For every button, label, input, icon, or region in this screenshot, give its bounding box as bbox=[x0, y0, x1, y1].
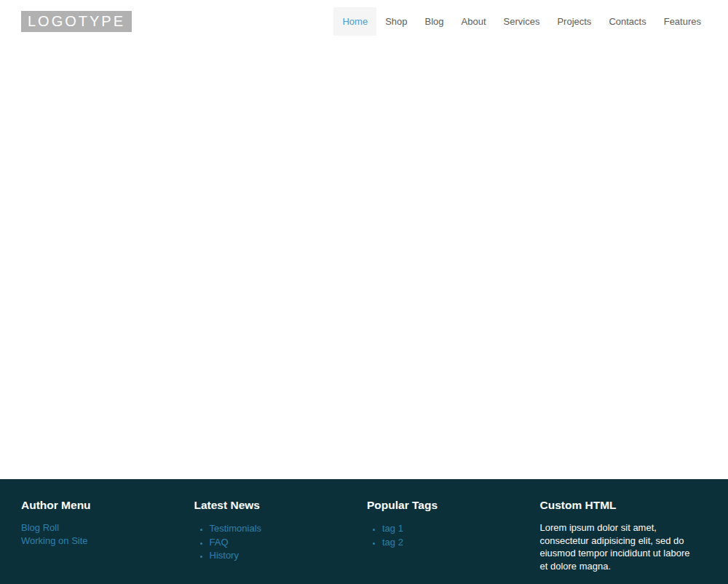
footer-heading-author-menu: Author Menu bbox=[21, 499, 178, 512]
footer-heading-custom-html: Custom HTML bbox=[540, 499, 697, 512]
footer-link-faq[interactable]: FAQ bbox=[210, 537, 229, 548]
site-header: LOGOTYPE Home Shop Blog About Services P… bbox=[0, 0, 728, 42]
header-container: LOGOTYPE Home Shop Blog About Services P… bbox=[18, 0, 710, 42]
footer-columns: Author Menu Blog Roll Working on Site La… bbox=[18, 499, 710, 572]
nav-link-shop[interactable]: Shop bbox=[376, 7, 416, 36]
list-item: tag 1 bbox=[382, 521, 524, 535]
list-item: Testimonials bbox=[210, 521, 352, 535]
logo[interactable]: LOGOTYPE bbox=[21, 11, 132, 32]
nav-list: Home Shop Blog About Services Projects C… bbox=[333, 7, 710, 36]
list-item: History bbox=[210, 548, 352, 562]
footer-credits: Joomla Template created with Themler. bbox=[0, 572, 728, 584]
nav-link-blog[interactable]: Blog bbox=[416, 7, 453, 36]
nav-item-blog: Blog bbox=[416, 7, 453, 36]
footer-heading-latest-news: Latest News bbox=[194, 499, 352, 512]
latest-news-list: Testimonials FAQ History bbox=[194, 521, 352, 562]
footer-heading-popular-tags: Popular Tags bbox=[367, 499, 524, 512]
footer-link-testimonials[interactable]: Testimonials bbox=[210, 523, 262, 534]
nav-link-projects[interactable]: Projects bbox=[548, 7, 600, 36]
footer-link-history[interactable]: History bbox=[210, 550, 239, 561]
list-item: FAQ bbox=[210, 535, 352, 549]
footer-link-tag-2[interactable]: tag 2 bbox=[382, 537, 403, 548]
nav-item-shop: Shop bbox=[376, 7, 416, 36]
nav-link-about[interactable]: About bbox=[453, 7, 495, 36]
footer-col-popular-tags: Popular Tags tag 1 tag 2 bbox=[364, 499, 537, 572]
footer-col-latest-news: Latest News Testimonials FAQ History bbox=[191, 499, 365, 572]
footer-col-author-menu: Author Menu Blog Roll Working on Site bbox=[18, 499, 191, 572]
nav-link-contacts[interactable]: Contacts bbox=[600, 7, 654, 36]
nav-item-contacts: Contacts bbox=[600, 7, 654, 36]
main-nav: Home Shop Blog About Services Projects C… bbox=[333, 7, 710, 36]
nav-link-services[interactable]: Services bbox=[495, 7, 549, 36]
site-footer: Author Menu Blog Roll Working on Site La… bbox=[0, 479, 728, 584]
nav-item-services: Services bbox=[495, 7, 549, 36]
nav-link-features[interactable]: Features bbox=[655, 7, 710, 36]
nav-item-features: Features bbox=[655, 7, 710, 36]
custom-html-text: Lorem ipsum dolor sit amet, consectetur … bbox=[540, 521, 697, 572]
footer-link-working-on-site[interactable]: Working on Site bbox=[21, 534, 178, 548]
footer-col-custom-html: Custom HTML Lorem ipsum dolor sit amet, … bbox=[537, 499, 711, 572]
nav-item-home: Home bbox=[333, 7, 376, 36]
footer-link-blog-roll[interactable]: Blog Roll bbox=[21, 521, 178, 534]
main-content bbox=[0, 42, 728, 479]
nav-item-projects: Projects bbox=[548, 7, 600, 36]
nav-item-about: About bbox=[453, 7, 495, 36]
nav-link-home[interactable]: Home bbox=[333, 7, 376, 36]
popular-tags-list: tag 1 tag 2 bbox=[367, 521, 524, 548]
list-item: tag 2 bbox=[382, 535, 524, 549]
footer-link-tag-1[interactable]: tag 1 bbox=[382, 523, 403, 534]
